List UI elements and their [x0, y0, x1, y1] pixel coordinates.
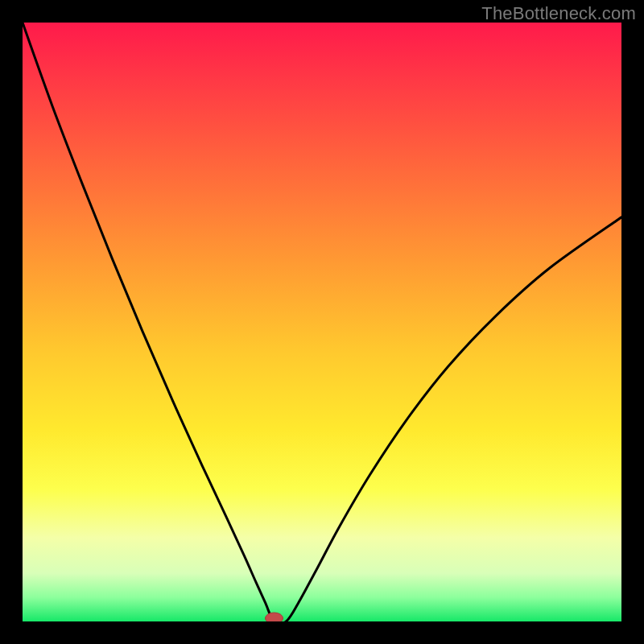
chart-frame: TheBottleneck.com	[0, 0, 644, 644]
marker-group	[265, 613, 283, 621]
curve-group	[23, 23, 621, 621]
bottleneck-curve	[23, 23, 621, 621]
min-marker	[265, 613, 283, 621]
plot-area	[23, 23, 621, 621]
chart-svg	[23, 23, 621, 621]
watermark-text: TheBottleneck.com	[481, 3, 636, 24]
